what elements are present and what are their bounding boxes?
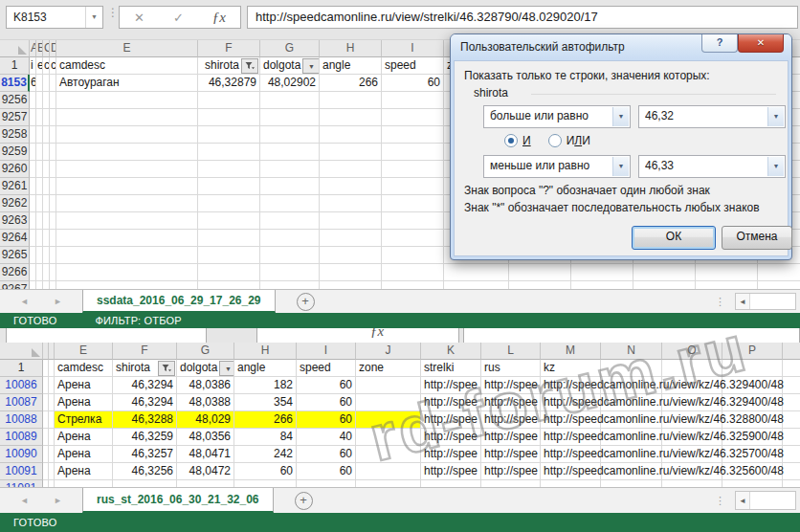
tabbar-splitter-icon[interactable]: ⋮ [715, 497, 725, 505]
row-header[interactable]: 10089 [0, 429, 43, 446]
cell[interactable] [50, 247, 56, 264]
row-header[interactable]: 9265 [0, 247, 30, 264]
cell[interactable] [56, 178, 198, 195]
cell[interactable] [36, 161, 43, 178]
row-header-1[interactable]: 1 [0, 360, 43, 377]
cell-rus[interactable]: http://spee [481, 377, 541, 394]
insert-function-icon[interactable]: ƒx [370, 328, 384, 340]
cell-angle[interactable]: 266 [234, 411, 297, 429]
cell[interactable] [43, 281, 50, 289]
cell[interactable] [382, 195, 444, 212]
cell[interactable] [43, 75, 50, 92]
horizontal-scrollbar[interactable]: ◄ [735, 491, 796, 510]
column-header[interactable]: B [36, 40, 43, 57]
cell[interactable] [320, 281, 382, 289]
column-header-I[interactable]: I [297, 343, 356, 360]
column-header-F[interactable]: F [198, 40, 260, 57]
column-header-O[interactable]: O [662, 343, 722, 360]
cell-zone[interactable] [356, 463, 421, 480]
cell[interactable] [43, 109, 50, 126]
cell[interactable] [30, 212, 36, 230]
formula-input[interactable]: http://speedcamonline.ru/view/strelki/46… [247, 6, 798, 29]
filter-applied-icon[interactable] [241, 58, 258, 74]
name-box-dropdown-icon[interactable]: ▼ [85, 7, 102, 28]
cell[interactable] [30, 195, 36, 212]
cell[interactable] [662, 360, 722, 377]
row-header[interactable]: 9259 [0, 144, 30, 161]
cell-rus-header[interactable]: rus [481, 360, 541, 377]
cell-shirota[interactable]: 46,3294 [113, 394, 177, 411]
cell-angle[interactable]: 266 [320, 75, 382, 92]
cell[interactable] [50, 212, 56, 230]
cell[interactable] [198, 264, 260, 281]
insert-function-icon[interactable]: ƒx [212, 10, 226, 26]
cell[interactable] [320, 264, 382, 281]
cell[interactable] [30, 230, 36, 247]
cell-speed[interactable]: 60 [297, 411, 356, 429]
cell[interactable] [320, 126, 382, 144]
column-header-G[interactable]: G [177, 343, 234, 360]
cell-speed[interactable]: 40 [297, 429, 356, 446]
filter-applied-icon[interactable] [158, 361, 175, 376]
cell-kz[interactable]: http://speedcamonline.ru/view/kz/46.3288… [541, 411, 601, 429]
add-sheet-icon[interactable]: + [297, 293, 315, 311]
enter-icon[interactable]: ✓ [173, 11, 184, 25]
cell[interactable] [43, 212, 50, 230]
cell[interactable] [30, 126, 36, 144]
cell-kz[interactable]: http://speedcamonline.ru/view/kz/46.3257… [541, 446, 601, 463]
cell[interactable] [382, 109, 444, 126]
chevron-down-icon[interactable]: ▼ [612, 157, 629, 176]
cell[interactable] [30, 247, 36, 264]
column-header-J[interactable]: J [356, 343, 421, 360]
cell-shirota[interactable]: 46,3256 [113, 463, 177, 480]
cell-strelki[interactable]: http://spee [421, 411, 481, 429]
cell-shirota-header[interactable]: shirota [113, 360, 177, 377]
cell-dolgota[interactable]: 48,029 [177, 411, 234, 429]
column-header-F[interactable]: F [113, 343, 177, 360]
cell[interactable] [198, 195, 260, 212]
cell-speed[interactable]: 60 [297, 377, 356, 394]
cell[interactable] [662, 480, 722, 487]
column-header-H[interactable]: H [320, 40, 382, 57]
cell[interactable] [601, 360, 662, 377]
cell-shirota[interactable]: 46,3288 [113, 411, 177, 429]
cell-strelki[interactable]: http://spee [421, 377, 481, 394]
cell[interactable] [30, 281, 36, 289]
column-header-K[interactable]: K [421, 343, 481, 360]
cell[interactable] [56, 92, 198, 109]
column-header-N[interactable]: N [601, 343, 662, 360]
operator1-select[interactable]: больше или равно ▼ [483, 105, 631, 128]
cell-dolgota[interactable]: 48,0472 [177, 463, 234, 480]
row-header[interactable]: 9261 [0, 178, 30, 195]
row-header[interactable]: 10087 [0, 394, 43, 411]
cell[interactable] [260, 247, 320, 264]
cell[interactable] [113, 480, 177, 487]
column-header-E[interactable]: E [56, 40, 198, 57]
tab-scroll-left-icon[interactable]: ◄ [20, 297, 29, 306]
cell[interactable] [481, 480, 541, 487]
cell[interactable] [260, 195, 320, 212]
cell[interactable] [320, 92, 382, 109]
cell[interactable] [36, 178, 43, 195]
cancel-button[interactable]: Отмена [722, 226, 792, 250]
cell[interactable] [320, 161, 382, 178]
select-all-corner[interactable] [0, 40, 30, 57]
cell-angle[interactable]: 182 [234, 377, 297, 394]
cell-shirota[interactable]: 46,3257 [113, 446, 177, 463]
cell[interactable] [198, 144, 260, 161]
value1-combobox[interactable]: 46,32 ▼ [638, 105, 786, 128]
cell[interactable] [30, 178, 36, 195]
cell[interactable]: i [30, 57, 36, 75]
cancel-icon[interactable]: ✕ [134, 11, 144, 25]
cell[interactable] [382, 247, 444, 264]
column-header[interactable]: C [43, 40, 50, 57]
tab-scroll-right-icon[interactable]: ► [54, 496, 62, 505]
row-header[interactable]: 10086 [0, 377, 43, 394]
cell-camdesc[interactable]: Арена [55, 463, 113, 480]
cell-speed-header[interactable]: speed [382, 57, 444, 75]
column-header-H[interactable]: H [234, 343, 297, 360]
row-header-1[interactable]: 1 [0, 57, 30, 75]
row-header[interactable]: 10088 [0, 411, 43, 429]
column-header-G[interactable]: G [260, 40, 320, 57]
cell[interactable] [198, 247, 260, 264]
